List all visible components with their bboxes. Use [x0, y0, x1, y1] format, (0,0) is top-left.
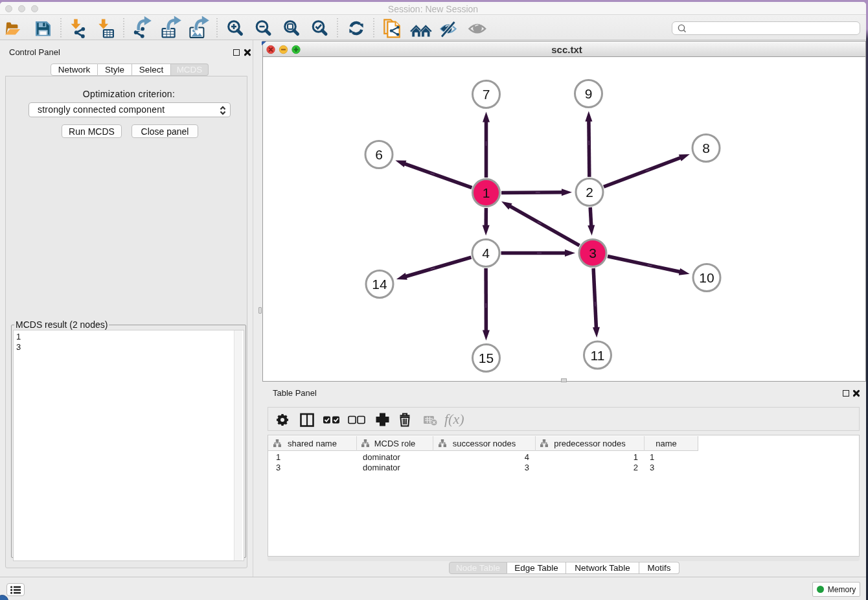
svg-text:4: 4: [482, 246, 490, 260]
svg-text:11: 11: [591, 348, 605, 363]
svg-text:1: 1: [483, 185, 490, 200]
svg-text:9: 9: [585, 86, 593, 101]
svg-text:10: 10: [699, 270, 714, 285]
svg-text:3: 3: [589, 246, 597, 260]
svg-text:f(x): f(x): [444, 411, 464, 427]
svg-text:15: 15: [479, 351, 494, 365]
svg-text:8: 8: [702, 141, 710, 156]
svg-text:6: 6: [375, 147, 383, 162]
svg-text:2: 2: [586, 185, 593, 200]
svg-text:14: 14: [372, 277, 387, 292]
svg-text:7: 7: [483, 87, 490, 102]
